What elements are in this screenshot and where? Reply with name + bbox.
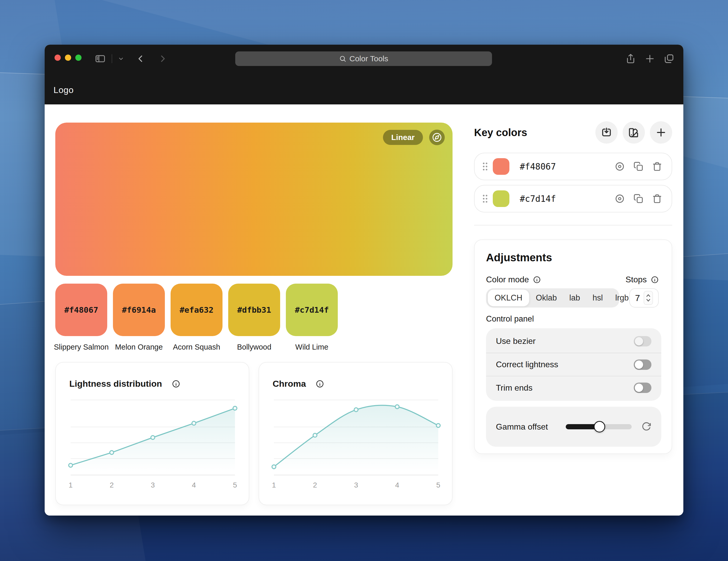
gamma-offset-label: Gamma offset: [496, 422, 548, 432]
palette-swatch-name: Bollywood: [237, 343, 271, 352]
reset-icon[interactable]: [641, 422, 651, 432]
palette-swatch-name: Melon Orange: [115, 343, 163, 352]
sidebar-toggle-icon[interactable]: [95, 53, 106, 64]
tab-overview-icon[interactable]: [664, 53, 675, 64]
gradient-direction-button[interactable]: [429, 130, 445, 145]
svg-text:4: 4: [192, 481, 196, 489]
palette-swatch-hex: #c7d14f: [295, 305, 329, 315]
minimize-window-button[interactable]: [65, 55, 71, 61]
palette-swatch-hex: #dfbb31: [237, 305, 271, 315]
visibility-icon[interactable]: [615, 161, 625, 172]
control-panel: Use bezier Correct lightness Trim ends: [486, 328, 661, 401]
palette-swatch: #c7d14f Wild Lime: [286, 284, 338, 352]
toggle-label: Trim ends: [496, 383, 532, 393]
chevron-down-icon[interactable]: [118, 56, 124, 62]
color-mode-option[interactable]: hsl: [586, 290, 609, 306]
toolbar-divider: [112, 54, 112, 63]
browser-window: Color Tools: [45, 45, 683, 516]
chart-plot: 12345: [274, 400, 438, 490]
slider-knob[interactable]: [594, 421, 605, 433]
palette-swatch-tile[interactable]: #f48067: [55, 284, 107, 336]
swatchbook-button[interactable]: [623, 121, 645, 144]
palette-swatch-hex: #efa632: [180, 305, 214, 315]
chart-plot-area: 12345: [274, 400, 438, 490]
chroma-chart-card: Chroma 12345: [259, 362, 453, 505]
gamma-offset-slider[interactable]: [566, 424, 632, 429]
key-color-swatch[interactable]: [493, 158, 509, 175]
info-icon[interactable]: [172, 380, 180, 388]
share-icon[interactable]: [625, 53, 636, 64]
copy-icon[interactable]: [633, 161, 644, 172]
svg-text:1: 1: [69, 481, 73, 489]
close-window-button[interactable]: [55, 55, 61, 61]
info-icon[interactable]: [651, 276, 659, 284]
palette-swatch: #efa632 Acorn Squash: [171, 284, 223, 352]
toggle-switch[interactable]: [634, 360, 651, 370]
gradient-mode-button[interactable]: Linear: [383, 130, 423, 145]
gradient-preview: Linear: [55, 123, 453, 276]
palette-swatch-tile[interactable]: #efa632: [171, 284, 223, 336]
svg-text:2: 2: [313, 481, 317, 489]
zoom-window-button[interactable]: [75, 55, 82, 61]
chart-title: Chroma: [273, 379, 306, 389]
chart-plot-area: 12345: [71, 400, 235, 490]
palette-swatch-hex: #f48067: [64, 305, 98, 315]
palette-swatch: #dfbb31 Bollywood: [228, 284, 280, 352]
page-content: Linear #f48067 Slippery Salmon #f6914a: [45, 104, 683, 516]
palette-swatch-tile[interactable]: #dfbb31: [228, 284, 280, 336]
svg-text:3: 3: [151, 481, 155, 489]
color-mode-label: Color mode: [486, 275, 529, 285]
drag-handle-icon[interactable]: [482, 194, 488, 203]
adjustments-title: Adjustments: [486, 251, 552, 264]
compass-icon: [432, 132, 442, 143]
toggle-switch[interactable]: [634, 383, 651, 393]
info-icon[interactable]: [316, 380, 324, 388]
drag-handle-icon[interactable]: [482, 162, 488, 171]
add-color-button[interactable]: [650, 121, 672, 144]
svg-text:2: 2: [110, 481, 114, 489]
copy-icon[interactable]: [633, 193, 644, 204]
stops-label: Stops: [625, 275, 647, 285]
toggle-switch[interactable]: [634, 336, 651, 347]
toggle-label: Correct lightness: [496, 360, 558, 369]
chart-plot: 12345: [71, 400, 235, 490]
control-panel-row: Use bezier: [486, 330, 661, 353]
toggle-label: Use bezier: [496, 336, 536, 346]
back-icon[interactable]: [136, 54, 145, 63]
trash-icon[interactable]: [652, 193, 662, 204]
palette-swatch-tile[interactable]: #f6914a: [113, 284, 165, 336]
forward-icon[interactable]: [158, 54, 167, 63]
color-mode-option[interactable]: Oklab: [530, 290, 563, 306]
key-colors-list: #f48067: [474, 153, 672, 212]
svg-text:5: 5: [233, 481, 237, 489]
lightness-chart-card: Lightness distribution 12345: [55, 362, 249, 505]
adjustments-card: Adjustments Color mode Stops OKLCH O: [474, 239, 672, 454]
export-palette-button[interactable]: [595, 121, 618, 144]
stepper-arrows-icon[interactable]: [644, 291, 653, 305]
new-tab-icon[interactable]: [644, 53, 655, 64]
browser-titlebar: Color Tools: [45, 45, 683, 73]
palette-swatch: #f48067 Slippery Salmon: [55, 284, 107, 352]
palette-swatch-name: Slippery Salmon: [54, 343, 109, 352]
color-mode-segmented-control: OKLCH Oklab lab hsl lrgb: [486, 288, 619, 308]
app-header: Color Tools: [45, 45, 683, 104]
toggle-knob: [635, 384, 643, 392]
key-color-row: #f48067: [474, 153, 672, 180]
palette-swatch-tile[interactable]: #c7d14f: [286, 284, 338, 336]
search-icon: [339, 55, 346, 62]
trash-icon[interactable]: [652, 161, 662, 172]
color-mode-option[interactable]: OKLCH: [487, 289, 530, 307]
visibility-icon[interactable]: [615, 193, 625, 204]
stops-value: 7: [635, 293, 640, 303]
svg-text:1: 1: [272, 481, 276, 489]
key-color-swatch[interactable]: [493, 190, 509, 207]
address-bar[interactable]: Color Tools: [235, 51, 492, 66]
palette-swatch-name: Wild Lime: [295, 343, 328, 352]
swatchbook-icon: [628, 127, 639, 138]
info-icon[interactable]: [533, 276, 541, 284]
control-panel-row: Correct lightness: [486, 353, 661, 376]
color-mode-option[interactable]: lab: [563, 290, 586, 306]
toggle-knob: [635, 337, 643, 346]
stops-stepper[interactable]: 7: [629, 288, 659, 308]
key-colors-title: Key colors: [474, 127, 527, 138]
